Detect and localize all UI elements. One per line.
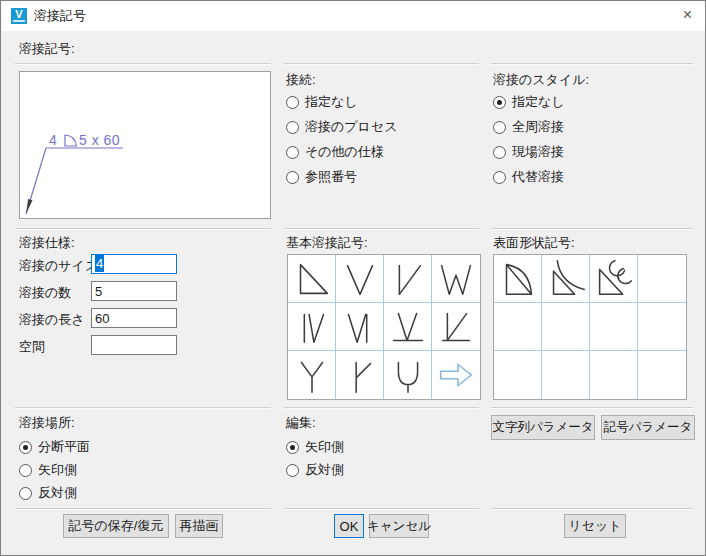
surface-symbol-convex-contour-icon[interactable] xyxy=(494,255,542,303)
leader-arrowhead xyxy=(26,199,33,214)
basic-symbol-v-groove-icon[interactable] xyxy=(336,255,384,303)
connection-label: 接続: xyxy=(286,71,316,89)
weld-size-input[interactable]: 4 xyxy=(91,254,177,274)
radio-connection-other-spec[interactable]: その他の仕様 xyxy=(286,143,384,161)
radio-icon xyxy=(19,487,32,500)
basic-symbols-grid xyxy=(287,254,481,400)
title-bar: V 溶接記号 xyxy=(1,1,705,31)
weld-location-label: 溶接場所: xyxy=(19,414,75,432)
radio-label: 矢印側 xyxy=(38,461,77,479)
surface-symbol-empty-cell[interactable] xyxy=(542,303,590,351)
basic-symbols-label: 基本溶接記号: xyxy=(286,234,368,252)
radio-edit-arrow-side[interactable]: 矢印側 xyxy=(286,438,344,456)
ok-button[interactable]: OK xyxy=(334,514,364,538)
redraw-button[interactable]: 再描画 xyxy=(175,514,223,538)
symbol-parameters-button[interactable]: 記号パラメータ xyxy=(601,415,695,440)
radio-style-field[interactable]: 現場溶接 xyxy=(493,143,564,161)
basic-symbol-u-groove-icon[interactable] xyxy=(384,351,432,399)
radio-label: 反対側 xyxy=(38,484,77,502)
selected-input-text: 4 xyxy=(95,255,104,272)
separator xyxy=(15,228,271,229)
window-title: 溶接記号 xyxy=(34,7,86,25)
radio-icon xyxy=(286,464,299,477)
separator xyxy=(491,407,693,408)
radio-label: 全周溶接 xyxy=(512,118,564,136)
radio-label: 代替溶接 xyxy=(512,168,564,186)
gap-label: 空間 xyxy=(19,338,45,356)
radio-checked-icon xyxy=(286,441,299,454)
gap-input[interactable] xyxy=(91,335,177,355)
weld-spec-label: 溶接仕様: xyxy=(19,234,75,252)
welding-symbol-dialog: V 溶接記号 × 溶接記号: 4 5 x 60 接続: 指定なし 溶接のプロセス… xyxy=(0,0,706,556)
radio-label: 現場溶接 xyxy=(512,143,564,161)
radio-style-alternate[interactable]: 代替溶接 xyxy=(493,168,564,186)
basic-symbol-flare-v-right-bar-icon[interactable] xyxy=(336,303,384,351)
string-parameters-button[interactable]: 文字列パラメータ xyxy=(491,415,595,440)
edit-label: 編集: xyxy=(286,414,316,432)
radio-edit-other-side[interactable]: 反対側 xyxy=(286,461,344,479)
surface-symbol-empty-cell[interactable] xyxy=(542,351,590,399)
surface-symbol-concave-contour-icon[interactable] xyxy=(542,255,590,303)
radio-connection-none[interactable]: 指定なし xyxy=(286,93,358,111)
surface-symbol-empty-cell[interactable] xyxy=(638,255,686,303)
dim-text-suffix: 5 x 60 xyxy=(79,132,120,148)
symbol-preview-canvas: 4 5 x 60 xyxy=(19,71,271,219)
cancel-button[interactable]: キャンセル xyxy=(369,514,429,538)
surface-symbol-empty-cell[interactable] xyxy=(494,351,542,399)
dim-text-prefix: 4 xyxy=(49,132,57,148)
radio-connection-reference[interactable]: 参照番号 xyxy=(286,168,357,186)
radio-style-none[interactable]: 指定なし xyxy=(493,93,565,111)
basic-symbol-half-y-groove-icon[interactable] xyxy=(336,351,384,399)
separator xyxy=(15,63,271,64)
separator xyxy=(15,407,271,408)
save-restore-symbol-button[interactable]: 記号の保存/復元 xyxy=(63,514,169,538)
surface-symbol-empty-cell[interactable] xyxy=(590,303,638,351)
radio-icon xyxy=(286,146,299,159)
surface-symbol-empty-cell[interactable] xyxy=(590,351,638,399)
radio-label: 矢印側 xyxy=(305,438,344,456)
radio-label: 指定なし xyxy=(305,93,358,111)
radio-location-arrow-side[interactable]: 矢印側 xyxy=(19,461,77,479)
surface-symbol-empty-cell[interactable] xyxy=(638,351,686,399)
weld-count-input[interactable] xyxy=(91,281,177,301)
basic-symbol-bevel-groove-icon[interactable] xyxy=(384,255,432,303)
reset-button[interactable]: リセット xyxy=(564,514,626,538)
basic-symbol-fillet-weld-icon[interactable] xyxy=(288,255,336,303)
fillet-contour-mini-icon xyxy=(65,135,77,146)
radio-location-cut-plane[interactable]: 分断平面 xyxy=(19,438,90,456)
separator xyxy=(284,407,479,408)
basic-symbol-bevel-on-line-icon[interactable] xyxy=(432,303,480,351)
weld-symbol-drawing: 4 5 x 60 xyxy=(20,72,270,218)
surface-symbol-scalloped-contour-icon[interactable] xyxy=(590,255,638,303)
weld-count-label: 溶接の数 xyxy=(19,284,71,302)
varicad-logo-icon: V xyxy=(11,8,27,24)
radio-checked-icon xyxy=(19,441,32,454)
radio-icon xyxy=(286,171,299,184)
radio-label: その他の仕様 xyxy=(305,143,384,161)
weld-style-label: 溶接のスタイル: xyxy=(493,71,589,89)
radio-icon xyxy=(286,121,299,134)
close-icon[interactable]: × xyxy=(683,6,692,24)
surface-symbols-grid xyxy=(493,254,687,400)
surface-symbol-empty-cell[interactable] xyxy=(494,303,542,351)
weld-length-input[interactable] xyxy=(91,308,177,328)
weld-length-label: 溶接の長さ xyxy=(19,311,85,329)
separator xyxy=(15,508,271,509)
basic-symbol-y-groove-icon[interactable] xyxy=(288,351,336,399)
separator xyxy=(284,63,479,64)
basic-symbol-flare-v-left-bar-icon[interactable] xyxy=(288,303,336,351)
basic-symbol-double-v-groove-icon[interactable] xyxy=(432,255,480,303)
radio-checked-icon xyxy=(493,96,506,109)
radio-connection-process[interactable]: 溶接のプロセス xyxy=(286,118,398,136)
radio-location-other-side[interactable]: 反対側 xyxy=(19,484,77,502)
basic-symbol-v-groove-on-line-icon[interactable] xyxy=(384,303,432,351)
surface-symbol-empty-cell[interactable] xyxy=(638,303,686,351)
radio-label: 参照番号 xyxy=(305,168,357,186)
radio-icon xyxy=(493,146,506,159)
next-page-arrow-icon[interactable] xyxy=(432,351,480,399)
radio-icon xyxy=(493,121,506,134)
radio-style-all-around[interactable]: 全周溶接 xyxy=(493,118,564,136)
radio-label: 指定なし xyxy=(512,93,565,111)
preview-section-label: 溶接記号: xyxy=(19,40,75,58)
separator xyxy=(284,228,479,229)
